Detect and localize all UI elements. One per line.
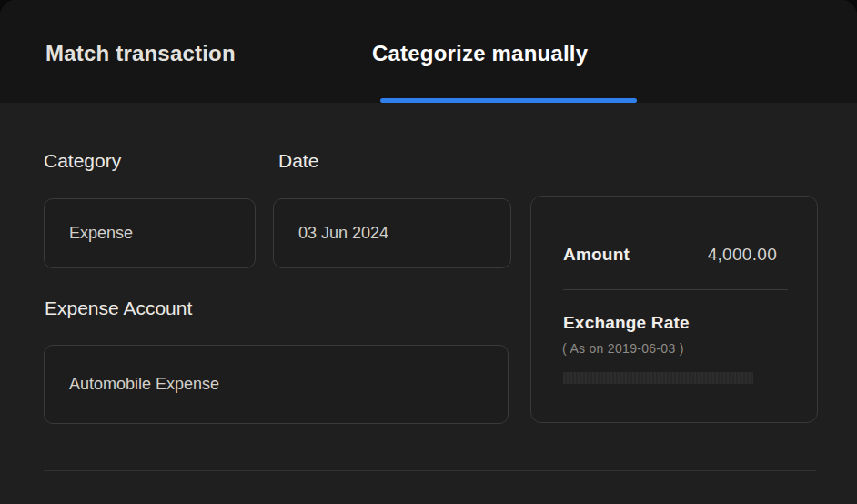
tab-match-transaction[interactable]: Match transaction — [45, 40, 236, 67]
exchange-rate-label: Exchange Rate — [563, 313, 690, 333]
amount-summary-panel: Amount 4,000.00 Exchange Rate ( As on 20… — [530, 196, 818, 423]
amount-value: 4,000.00 — [708, 245, 777, 265]
tab-bar: Match transaction Categorize manually — [0, 0, 857, 103]
category-select[interactable]: Expense — [44, 198, 256, 268]
date-label: Date — [278, 149, 318, 173]
expense-account-label: Expense Account — [45, 297, 192, 320]
date-picker-field[interactable]: 03 Jun 2024 — [273, 198, 511, 268]
amount-label: Amount — [563, 245, 630, 265]
exchange-rate-loading-skeleton — [563, 372, 753, 384]
categorize-transaction-dialog: Match transaction Categorize manually Ca… — [0, 0, 857, 504]
exchange-rate-note: ( As on 2019-06-03 ) — [562, 341, 684, 356]
panel-divider — [563, 289, 788, 290]
date-value: 03 Jun 2024 — [298, 224, 388, 243]
amount-row: Amount 4,000.00 — [563, 245, 777, 265]
tab-categorize-manually[interactable]: Categorize manually — [372, 40, 588, 67]
expense-account-value: Automobile Expense — [69, 375, 219, 394]
section-divider — [44, 470, 816, 471]
expense-account-select[interactable]: Automobile Expense — [44, 345, 509, 424]
screen: Match transaction Categorize manually Ca… — [0, 0, 857, 504]
category-label: Category — [44, 149, 121, 173]
active-tab-indicator — [380, 98, 637, 103]
category-value: Expense — [69, 224, 133, 243]
